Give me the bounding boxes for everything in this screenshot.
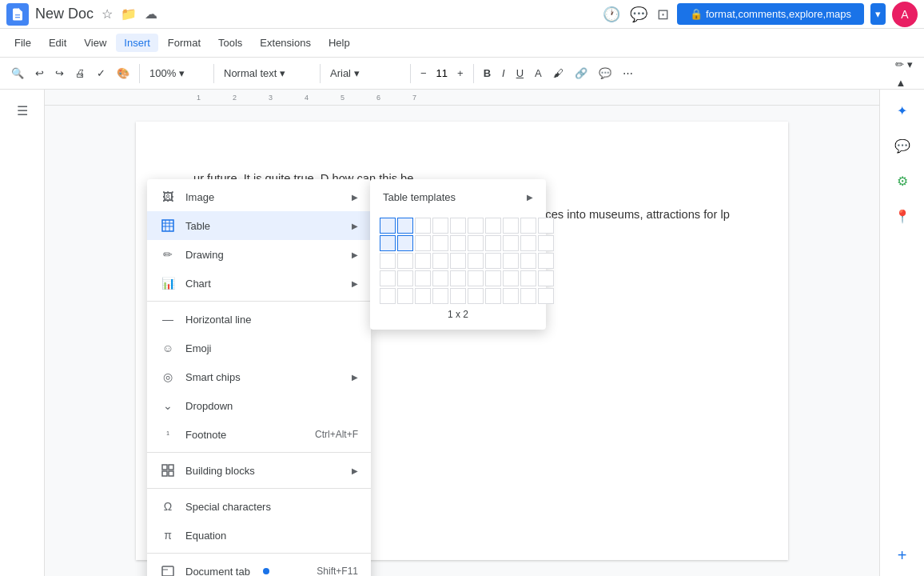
share-button[interactable]: 🔒 format,comments,explore,maps <box>677 3 864 25</box>
menu-item-hline[interactable]: — Horizontal line <box>147 305 371 334</box>
grid-cell[interactable] <box>485 218 501 234</box>
menu-tools[interactable]: Tools <box>210 34 250 52</box>
grid-cell[interactable] <box>520 235 536 251</box>
sidebar-add-icon[interactable]: + <box>888 541 917 570</box>
toolbar-italic[interactable]: I <box>497 64 510 82</box>
grid-cell[interactable] <box>432 288 448 304</box>
menu-item-footnote[interactable]: ¹ Footnote Ctrl+Alt+F <box>147 420 371 449</box>
grid-cell[interactable] <box>520 270 536 286</box>
sidebar-outline-icon[interactable]: ☰ <box>8 96 37 125</box>
menu-insert[interactable]: Insert <box>116 34 158 52</box>
menu-item-emoji[interactable]: ☺ Emoji <box>147 334 371 362</box>
grid-cell[interactable] <box>503 218 519 234</box>
present-icon[interactable]: ⊡ <box>655 4 671 25</box>
grid-cell[interactable] <box>538 288 554 304</box>
grid-cell[interactable] <box>503 288 519 304</box>
grid-cell[interactable] <box>538 270 554 286</box>
toolbar-comment[interactable]: 💬 <box>594 64 616 82</box>
grid-cell[interactable] <box>468 270 484 286</box>
menu-help[interactable]: Help <box>321 34 358 52</box>
toolbar-font-size-inc[interactable]: + <box>452 64 468 82</box>
menu-view[interactable]: View <box>76 34 114 52</box>
sidebar-comments-icon[interactable]: 💬 <box>888 131 917 160</box>
grid-cell[interactable] <box>538 235 554 251</box>
menu-item-building-blocks[interactable]: Building blocks <box>147 456 371 485</box>
grid-cell[interactable] <box>380 253 396 269</box>
menu-item-dropdown[interactable]: ⌄ Dropdown <box>147 391 371 420</box>
menu-item-smart-chips[interactable]: ◎ Smart chips <box>147 362 371 391</box>
grid-cell[interactable] <box>415 218 431 234</box>
menu-item-chart[interactable]: 📊 Chart <box>147 269 371 298</box>
grid-cell[interactable] <box>520 253 536 269</box>
grid-cell[interactable] <box>520 288 536 304</box>
toolbar-color[interactable]: A <box>530 64 547 82</box>
sidebar-explore-icon[interactable]: ⚙ <box>888 166 917 195</box>
sidebar-maps-icon[interactable]: 📍 <box>888 202 917 230</box>
grid-cell[interactable] <box>538 218 554 234</box>
toolbar-redo[interactable]: ↪ <box>50 64 69 82</box>
share-chevron-button[interactable]: ▾ <box>870 3 886 25</box>
star-icon[interactable]: ☆ <box>100 5 114 23</box>
folder-icon[interactable]: 📁 <box>119 5 138 23</box>
grid-cell[interactable] <box>485 253 501 269</box>
toolbar-bold[interactable]: B <box>479 64 496 82</box>
grid-cell[interactable] <box>450 288 466 304</box>
menu-edit[interactable]: Edit <box>41 34 74 52</box>
grid-cell[interactable] <box>415 235 431 251</box>
grid-cell[interactable] <box>397 218 413 234</box>
grid-cell[interactable] <box>415 270 431 286</box>
grid-cell[interactable] <box>450 235 466 251</box>
toolbar-zoom[interactable]: 100% ▾ <box>145 64 209 82</box>
grid-cell[interactable] <box>432 270 448 286</box>
toolbar-spell[interactable]: ✓ <box>92 64 110 82</box>
grid-cell[interactable] <box>397 288 413 304</box>
toolbar-underline[interactable]: U <box>512 64 528 82</box>
toolbar-paint[interactable]: 🎨 <box>112 64 134 82</box>
grid-cell[interactable] <box>397 253 413 269</box>
grid-cell[interactable] <box>485 270 501 286</box>
grid-cell[interactable] <box>380 218 396 234</box>
grid-cell[interactable] <box>468 288 484 304</box>
toolbar-print[interactable]: 🖨 <box>70 64 90 82</box>
grid-cell[interactable] <box>503 270 519 286</box>
toolbar-more[interactable]: ⋯ <box>618 64 638 82</box>
menu-item-doc-tab[interactable]: Document tab Shift+F11 <box>147 557 371 576</box>
menu-file[interactable]: File <box>6 34 39 52</box>
menu-item-table[interactable]: Table <box>147 211 371 240</box>
menu-item-image[interactable]: 🖼 Image <box>147 182 371 211</box>
avatar[interactable]: A <box>892 2 918 27</box>
grid-cell[interactable] <box>397 270 413 286</box>
toolbar-link[interactable]: 🔗 <box>570 64 592 82</box>
toolbar-font-size-dec[interactable]: − <box>416 64 432 82</box>
cloud-icon[interactable]: ☁ <box>143 5 159 23</box>
toolbar-font[interactable]: Arial ▾ <box>325 64 405 82</box>
grid-cell[interactable] <box>503 253 519 269</box>
grid-cell[interactable] <box>380 270 396 286</box>
menu-extensions[interactable]: Extensions <box>252 34 319 52</box>
grid-cell[interactable] <box>432 235 448 251</box>
grid-cell[interactable] <box>468 253 484 269</box>
sidebar-format-icon[interactable]: ✦ <box>888 96 917 125</box>
grid-cell[interactable] <box>485 288 501 304</box>
grid-cell[interactable] <box>397 235 413 251</box>
grid-cell[interactable] <box>468 235 484 251</box>
grid-cell[interactable] <box>503 235 519 251</box>
menu-item-equation[interactable]: π Equation <box>147 521 371 550</box>
grid-cell[interactable] <box>432 253 448 269</box>
grid-cell[interactable] <box>432 218 448 234</box>
menu-item-drawing[interactable]: ✏ Drawing <box>147 240 371 269</box>
grid-cell[interactable] <box>380 288 396 304</box>
grid-cell[interactable] <box>520 218 536 234</box>
grid-cell[interactable] <box>538 253 554 269</box>
toolbar-search[interactable]: 🔍 <box>6 64 29 82</box>
grid-cell[interactable] <box>450 218 466 234</box>
table-templates-item[interactable]: Table templates <box>370 182 546 211</box>
grid-cell[interactable] <box>468 218 484 234</box>
grid-cell[interactable] <box>380 235 396 251</box>
chat-icon[interactable]: 💬 <box>628 4 649 25</box>
grid-picker[interactable] <box>380 218 536 304</box>
toolbar-undo[interactable]: ↩ <box>30 64 49 82</box>
grid-cell[interactable] <box>450 270 466 286</box>
menu-item-special-chars[interactable]: Ω Special characters <box>147 492 371 521</box>
grid-cell[interactable] <box>485 235 501 251</box>
